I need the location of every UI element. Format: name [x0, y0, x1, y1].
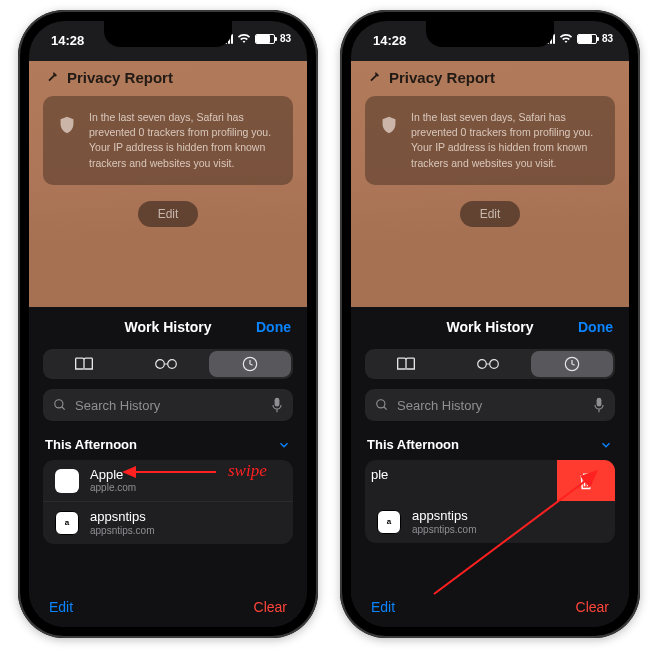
tab-bookmarks[interactable] [43, 349, 125, 379]
clock-icon [564, 356, 580, 372]
row-title: appsntips [412, 509, 476, 523]
shield-icon [381, 116, 397, 134]
annotation-swipe-label: swipe [228, 461, 267, 481]
status-icons: 83 [544, 33, 613, 44]
row-title-fragment: ple [371, 468, 417, 482]
apple-favicon [55, 469, 79, 493]
segmented-control[interactable] [43, 349, 293, 379]
status-time: 14:28 [51, 33, 84, 48]
section-header[interactable]: This Afternoon [351, 431, 629, 458]
tab-reading-list[interactable] [125, 349, 207, 379]
safari-start-page: Privacy Report In the last seven days, S… [351, 61, 629, 349]
hammer-icon [367, 70, 383, 86]
privacy-banner[interactable]: In the last seven days, Safari has preve… [43, 96, 293, 185]
battery-icon [577, 34, 597, 44]
glasses-icon [476, 357, 500, 371]
battery-icon [255, 34, 275, 44]
shield-icon [59, 116, 75, 134]
svg-point-7 [490, 360, 499, 369]
sheet-header: Work History Done [29, 307, 307, 347]
row-title: appsntips [90, 510, 154, 524]
search-placeholder: Search History [75, 398, 160, 413]
privacy-banner[interactable]: In the last seven days, Safari has preve… [365, 96, 615, 185]
screen: 14:28 83 Privacy Report In the last seve… [351, 21, 629, 627]
svg-point-6 [478, 360, 487, 369]
sheet-header: Work History Done [351, 307, 629, 347]
delete-swipe-action[interactable] [557, 460, 615, 501]
mic-icon[interactable] [593, 397, 605, 413]
phone-right: 14:28 83 Privacy Report In the last seve… [340, 10, 640, 638]
tab-bookmarks[interactable] [365, 349, 447, 379]
appsntips-favicon: a [55, 511, 79, 535]
history-list: ple apple.com a appsntips appsntips.com [365, 460, 615, 543]
hammer-icon [45, 70, 61, 86]
svg-rect-11 [597, 398, 602, 407]
done-button[interactable]: Done [256, 319, 291, 335]
edit-button[interactable]: Edit [371, 599, 395, 615]
done-button[interactable]: Done [578, 319, 613, 335]
notch [104, 21, 232, 47]
tab-history[interactable] [531, 351, 613, 377]
safari-start-page: Privacy Report In the last seven days, S… [29, 61, 307, 349]
battery-pct: 83 [602, 33, 613, 44]
row-sub: appsntips.com [90, 525, 154, 536]
search-history-field[interactable]: Search History [43, 389, 293, 421]
tab-reading-list[interactable] [447, 349, 529, 379]
battery-pct: 83 [280, 33, 291, 44]
clear-button[interactable]: Clear [576, 599, 609, 615]
privacy-body: In the last seven days, Safari has preve… [89, 110, 277, 171]
trash-icon [577, 471, 595, 491]
svg-point-0 [156, 360, 165, 369]
search-icon [375, 398, 389, 412]
notch [426, 21, 554, 47]
book-icon [74, 356, 94, 372]
phone-left: 14:28 83 Privacy Report In the last seve… [18, 10, 318, 638]
privacy-report-header: Privacy Report [43, 61, 293, 96]
chevron-down-icon [277, 438, 291, 452]
clear-button[interactable]: Clear [254, 599, 287, 615]
svg-rect-5 [275, 398, 280, 407]
edit-button[interactable]: Edit [49, 599, 73, 615]
row-title: Apple [90, 468, 136, 482]
wifi-icon [237, 33, 251, 44]
row-sub: apple.com [90, 482, 136, 493]
wifi-icon [559, 33, 573, 44]
history-sheet: Work History Done Search History This Af… [351, 307, 629, 627]
section-header[interactable]: This Afternoon [29, 431, 307, 458]
tab-history[interactable] [209, 351, 291, 377]
svg-point-10 [377, 400, 385, 408]
status-time: 14:28 [373, 33, 406, 48]
svg-point-1 [168, 360, 177, 369]
book-icon [396, 356, 416, 372]
search-placeholder: Search History [397, 398, 482, 413]
appsntips-favicon: a [377, 510, 401, 534]
status-icons: 83 [222, 33, 291, 44]
clock-icon [242, 356, 258, 372]
history-row-appsntips[interactable]: a appsntips appsntips.com [43, 501, 293, 543]
glasses-icon [154, 357, 178, 371]
sheet-footer: Edit Clear [29, 599, 307, 615]
chevron-down-icon [599, 438, 613, 452]
startpage-edit-button[interactable]: Edit [460, 201, 520, 227]
sheet-title: Work History [447, 319, 534, 335]
sheet-footer: Edit Clear [351, 599, 629, 615]
sheet-title: Work History [125, 319, 212, 335]
segmented-control[interactable] [365, 349, 615, 379]
row-sub: appsntips.com [412, 524, 476, 535]
history-row-apple-swiped[interactable]: ple apple.com [365, 460, 615, 501]
mic-icon[interactable] [271, 397, 283, 413]
svg-point-4 [55, 400, 63, 408]
privacy-body: In the last seven days, Safari has preve… [411, 110, 599, 171]
history-row-appsntips[interactable]: a appsntips appsntips.com [365, 501, 615, 542]
screen: 14:28 83 Privacy Report In the last seve… [29, 21, 307, 627]
search-icon [53, 398, 67, 412]
search-history-field[interactable]: Search History [365, 389, 615, 421]
startpage-edit-button[interactable]: Edit [138, 201, 198, 227]
privacy-report-header: Privacy Report [365, 61, 615, 96]
